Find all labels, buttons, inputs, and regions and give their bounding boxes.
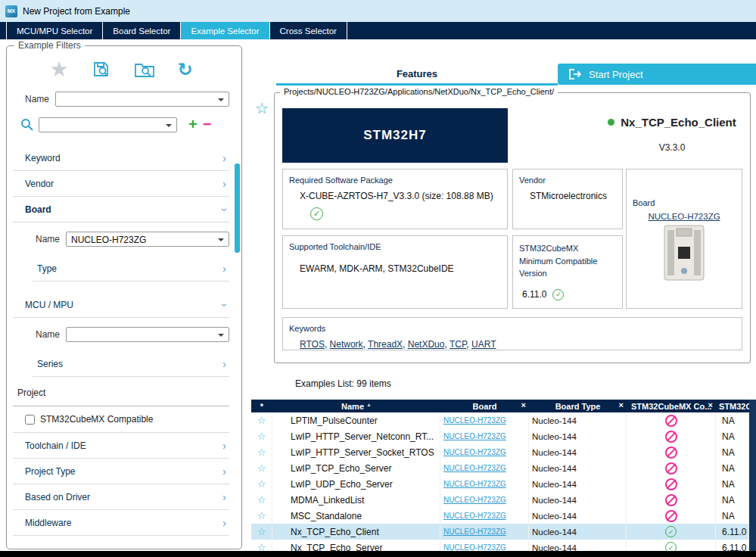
board-link[interactable]: NUCLEO-H723ZG (443, 416, 506, 425)
tab-features[interactable]: Features (276, 65, 558, 86)
compatibility-cell: ✓ (627, 524, 716, 540)
filter-section-based-on-driver[interactable]: Based on Driver › (13, 484, 229, 510)
add-filter-button[interactable]: + (188, 116, 198, 133)
reset-filters-icon[interactable]: ↻ (178, 61, 193, 79)
save-search-icon[interactable] (92, 60, 111, 79)
required-package-label: Required Software Package (289, 176, 507, 185)
min-version-label: STM32CubeMX Minimum Compatible Version (519, 242, 608, 280)
keyword-link[interactable]: NetXDuo (408, 339, 445, 350)
board-link[interactable]: NUCLEO-H723ZG (443, 527, 506, 536)
favorite-star-icon[interactable]: ☆ (251, 460, 272, 476)
favorite-star-icon[interactable]: ☆ (251, 428, 272, 444)
table-scrollbar[interactable] (749, 400, 756, 551)
keyword-link[interactable]: RTOS (300, 339, 325, 350)
example-name-combobox[interactable] (55, 92, 229, 107)
tab-cross-selector[interactable]: Cross Selector (270, 22, 347, 39)
example-row[interactable]: ☆LwIP_UDP_Echo_ServerNUCLEO-H723ZGNucleo… (251, 476, 749, 492)
search-combobox[interactable] (39, 117, 177, 132)
filter-section-vendor[interactable]: Vendor › (13, 171, 229, 197)
compatibility-cell (627, 428, 716, 444)
example-row[interactable]: ☆MSC_StandaloneNUCLEO-H723ZGNucleo-144NA (251, 508, 749, 524)
tab-mcu-mpu-selector[interactable]: MCU/MPU Selector (6, 22, 103, 39)
chevron-right-icon: › (222, 180, 226, 188)
column-header-star[interactable]: * (251, 400, 272, 412)
board-link[interactable]: NUCLEO-H723ZG (443, 448, 506, 456)
vendor-value: STMicroelectronics (530, 191, 622, 201)
stm32cubemx-compatible-checkbox[interactable] (25, 415, 35, 425)
favorite-star-icon[interactable]: ☆ (251, 508, 272, 524)
filter-section-series[interactable]: Series › (33, 351, 229, 377)
board-link[interactable]: NUCLEO-H723ZG (443, 432, 506, 440)
example-row[interactable]: ☆LwIP_HTTP_Server_Netconn_RT...NUCLEO-H7… (251, 428, 749, 444)
favorite-star-icon[interactable]: ☆ (251, 524, 272, 540)
selector-tab-bar: MCU/MPU Selector Board Selector Example … (0, 22, 756, 39)
filter-section-project-type[interactable]: Project Type › (13, 459, 229, 484)
tab-example-selector[interactable]: Example Selector (181, 22, 269, 39)
favorite-star-icon[interactable]: ☆ (251, 540, 272, 551)
favorite-star-icon[interactable]: ☆ (251, 476, 272, 492)
board-link[interactable]: NUCLEO-H723ZG (443, 496, 506, 504)
remove-filter-button[interactable]: − (203, 116, 212, 133)
column-header-name[interactable]: Name ▲ (272, 400, 440, 412)
load-search-icon[interactable] (134, 61, 155, 79)
example-favorite-star-icon[interactable]: ☆ (255, 99, 269, 117)
clear-filter-icon[interactable]: × (708, 400, 713, 409)
clear-filter-icon[interactable]: × (619, 400, 624, 409)
column-header-compatibility[interactable]: STM32CubeMX Co... × (627, 400, 716, 412)
example-name-cell: MSC_Standalone (272, 508, 440, 524)
filter-section-board[interactable]: Board › (13, 197, 229, 222)
filter-section-keyword[interactable]: Keyword › (13, 145, 229, 171)
not-compatible-icon (665, 462, 677, 475)
compatibility-cell (627, 476, 716, 492)
example-row[interactable]: ☆LPTIM_PulseCounterNUCLEO-H723ZGNucleo-1… (251, 412, 749, 428)
chevron-right-icon: › (222, 519, 226, 527)
filter-section-toolchain[interactable]: Toolchain / IDE › (13, 433, 229, 459)
keyword-link[interactable]: Network (330, 339, 363, 350)
example-row[interactable]: ☆LwIP_TCP_Echo_ServerNUCLEO-H723ZGNucleo… (251, 460, 749, 476)
favorite-star-icon[interactable]: ☆ (251, 492, 272, 508)
section-label: Type (37, 263, 57, 274)
board-link[interactable]: NUCLEO-H723ZG (443, 464, 506, 472)
filter-section-board-type[interactable]: Type › (33, 256, 229, 282)
favorites-filter-icon[interactable]: ★ (49, 59, 68, 80)
board-link[interactable]: NUCLEO-H723ZG (627, 212, 742, 221)
required-package-box: Required Software Package X-CUBE-AZRTOS-… (282, 169, 508, 229)
example-row[interactable]: ☆LwIP_HTTP_Server_Socket_RTOSNUCLEO-H723… (251, 444, 749, 460)
cube-version-cell: NA (716, 412, 749, 428)
column-header-board-type[interactable]: Board Type × (529, 400, 627, 412)
board-link[interactable]: NUCLEO-H723ZG (443, 480, 506, 488)
not-compatible-icon (665, 478, 677, 490)
section-label: Middleware (25, 518, 71, 528)
keywords-box: Keywords RTOS, Network, ThreadX, NetXDuo… (282, 317, 742, 350)
keyword-link[interactable]: UART (471, 339, 496, 350)
column-header-version[interactable]: STM32C (716, 400, 749, 412)
example-row[interactable]: ☆MDMA_LinkedListNUCLEO-H723ZGNucleo-144N… (251, 492, 749, 508)
favorite-star-icon[interactable]: ☆ (251, 444, 272, 460)
board-link[interactable]: NUCLEO-H723ZG (443, 543, 506, 551)
required-package-value: X-CUBE-AZRTOS-H7_V3.3.0 (size: 108.88 MB… (300, 191, 507, 201)
not-compatible-icon (665, 447, 677, 459)
column-header-board[interactable]: Board × (440, 400, 529, 412)
favorite-star-icon[interactable]: ☆ (251, 412, 272, 428)
cube-version-cell: NA (716, 508, 749, 524)
board-link[interactable]: NUCLEO-H723ZG (443, 512, 506, 520)
keyword-link[interactable]: TCP (450, 339, 466, 350)
example-row[interactable]: ☆Nx_TCP_Echo_ClientNUCLEO-H723ZGNucleo-1… (251, 524, 749, 540)
filter-scrollbar[interactable] (235, 163, 240, 253)
app-icon: MX (5, 5, 17, 17)
example-row[interactable]: ☆Nx_TCP_Echo_ServerNUCLEO-H723ZGNucleo-1… (251, 540, 749, 551)
keyword-link[interactable]: ThreadX (368, 339, 403, 350)
title-bar: MX New Project from Example (0, 0, 756, 22)
filter-section-middleware[interactable]: Middleware › (13, 510, 229, 536)
mcu-name-combobox[interactable] (66, 327, 229, 342)
tab-board-selector[interactable]: Board Selector (103, 22, 181, 39)
sort-ascending-icon: ▲ (366, 402, 372, 407)
section-label: Series (37, 359, 63, 369)
board-type-cell: Nucleo-144 (529, 460, 627, 476)
start-project-button[interactable]: Start Project (558, 64, 756, 85)
section-label: Keyword (25, 153, 61, 163)
board-name-combobox[interactable]: NUCLEO-H723ZG (66, 232, 229, 247)
not-compatible-icon (665, 431, 677, 443)
filter-section-mcu-mpu[interactable]: MCU / MPU › (13, 292, 229, 318)
clear-filter-icon[interactable]: × (521, 400, 526, 409)
